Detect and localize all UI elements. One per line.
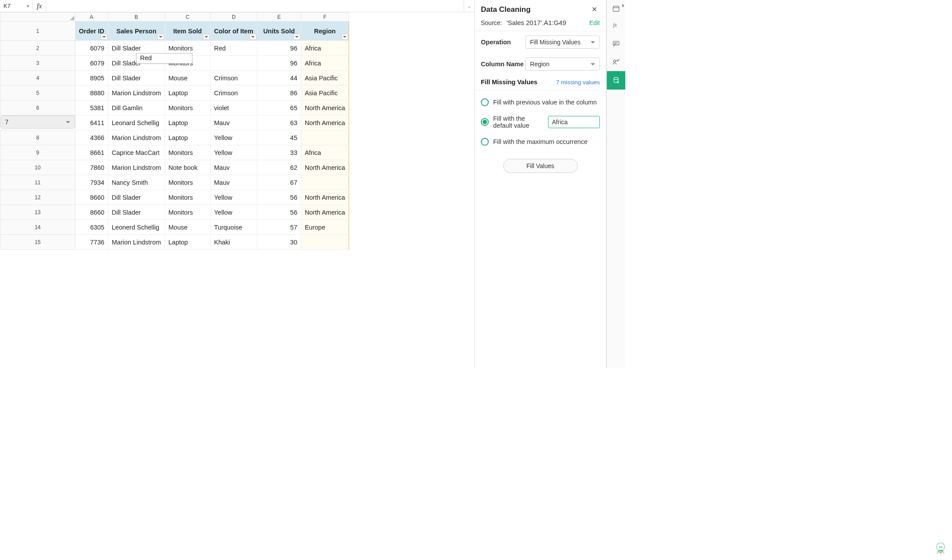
- row-header[interactable]: 2: [0, 41, 76, 56]
- cell[interactable]: Yellow: [210, 190, 257, 205]
- cell[interactable]: 86: [257, 86, 301, 101]
- cell[interactable]: Khaki: [210, 235, 257, 250]
- cell[interactable]: 8660: [75, 205, 108, 220]
- cell[interactable]: 44: [257, 71, 301, 86]
- cell[interactable]: Dill Slader: [108, 71, 165, 86]
- cell[interactable]: 57: [257, 220, 301, 235]
- cell[interactable]: 96: [257, 41, 301, 56]
- cell[interactable]: 65: [257, 101, 301, 115]
- cell[interactable]: North America: [301, 115, 349, 130]
- column-name-select[interactable]: Region: [525, 57, 600, 71]
- cell[interactable]: 7736: [75, 235, 108, 250]
- column-filter-header[interactable]: Region: [301, 22, 349, 41]
- cell[interactable]: Mouse: [165, 220, 210, 235]
- filter-dropdown-icon[interactable]: [249, 34, 256, 40]
- close-icon[interactable]: ✕: [589, 4, 600, 14]
- cell[interactable]: 30: [257, 235, 301, 250]
- cell[interactable]: 8661: [75, 145, 108, 160]
- cell[interactable]: Crimson: [210, 71, 257, 86]
- cell[interactable]: 62: [257, 160, 301, 175]
- cell[interactable]: Caprice MacCart: [108, 145, 165, 160]
- fx-sidebar-icon[interactable]: fx: [607, 16, 625, 34]
- cell[interactable]: 56: [257, 205, 301, 220]
- cell[interactable]: 4366: [75, 130, 108, 145]
- cell[interactable]: Yellow: [210, 130, 257, 145]
- cell[interactable]: Crimson: [210, 86, 257, 101]
- select-all-corner[interactable]: [0, 13, 76, 22]
- column-filter-header[interactable]: Item Sold: [165, 22, 210, 41]
- row-header[interactable]: 15: [0, 235, 76, 250]
- cell[interactable]: 8905: [75, 71, 108, 86]
- cell[interactable]: 8880: [75, 86, 108, 101]
- cell[interactable]: North America: [301, 160, 349, 175]
- cell[interactable]: [301, 130, 349, 145]
- cell[interactable]: Marion Lindstrom: [108, 130, 165, 145]
- chevron-down-icon[interactable]: ▾: [25, 4, 31, 8]
- cell[interactable]: 7934: [75, 175, 108, 190]
- cell[interactable]: Yellow: [210, 205, 257, 220]
- column-filter-header[interactable]: Units Sold: [257, 22, 301, 41]
- spreadsheet-grid[interactable]: ABCDEF1Order IDSales PersonItem SoldColo…: [0, 12, 474, 368]
- formula-input[interactable]: [46, 0, 464, 12]
- cell[interactable]: 45: [257, 130, 301, 145]
- cell[interactable]: [301, 235, 349, 250]
- fx-icon[interactable]: fx: [33, 0, 46, 12]
- row-header[interactable]: 6: [0, 101, 76, 115]
- row-header[interactable]: 3: [0, 56, 76, 71]
- column-filter-header[interactable]: Order ID: [75, 22, 108, 41]
- cell[interactable]: Europe: [301, 220, 349, 235]
- cell[interactable]: 6411: [75, 115, 108, 130]
- row-header[interactable]: 1: [0, 22, 76, 41]
- default-value-input[interactable]: [548, 116, 600, 128]
- cell[interactable]: North America: [301, 101, 349, 115]
- cell[interactable]: 96: [257, 56, 301, 71]
- cell[interactable]: Monitors: [165, 190, 210, 205]
- column-header[interactable]: F: [301, 13, 349, 22]
- cell[interactable]: Monitors: [165, 205, 210, 220]
- data-cleaning-icon[interactable]: [607, 71, 625, 90]
- cell[interactable]: Mauv: [210, 160, 257, 175]
- cell[interactable]: Africa: [301, 56, 349, 71]
- column-header[interactable]: A: [75, 13, 108, 22]
- cell[interactable]: Asia Pacific: [301, 86, 349, 101]
- radio-fill-default[interactable]: Fill with the default value: [481, 111, 600, 133]
- cell[interactable]: Leonerd Schellig: [108, 220, 165, 235]
- cell[interactable]: Laptop: [165, 130, 210, 145]
- cell[interactable]: Dill Gamlin: [108, 101, 165, 115]
- filter-dropdown-icon[interactable]: [157, 34, 164, 40]
- row-header[interactable]: 10: [0, 160, 76, 175]
- row-header[interactable]: 13: [0, 205, 76, 220]
- people-icon[interactable]: [607, 53, 625, 71]
- formula-expand-icon[interactable]: ⌄: [464, 0, 474, 12]
- cell[interactable]: Marion Lindstrom: [108, 86, 165, 101]
- row-header[interactable]: 4: [0, 71, 76, 86]
- cell[interactable]: Laptop: [165, 235, 210, 250]
- column-header[interactable]: B: [108, 13, 165, 22]
- cell[interactable]: Yellow: [210, 145, 257, 160]
- fill-values-button[interactable]: Fill Values: [503, 159, 578, 173]
- row-header[interactable]: 14: [0, 220, 76, 235]
- cell[interactable]: 67: [257, 175, 301, 190]
- cell[interactable]: Dill Slader: [108, 205, 165, 220]
- cell[interactable]: Red: [210, 41, 257, 56]
- cell[interactable]: Leonard Schellig: [108, 115, 165, 130]
- cell[interactable]: Laptop: [165, 86, 210, 101]
- radio-fill-previous[interactable]: Fill with previous value in the column: [481, 94, 600, 111]
- column-filter-header[interactable]: Color of Item: [210, 22, 257, 41]
- column-filter-header[interactable]: Sales Person: [108, 22, 165, 41]
- column-header[interactable]: D: [210, 13, 257, 22]
- cell[interactable]: Monitors: [165, 101, 210, 115]
- cell[interactable]: Marion Lindstrom: [108, 160, 165, 175]
- cell[interactable]: Turquoise: [210, 220, 257, 235]
- row-header[interactable]: 12: [0, 190, 76, 205]
- cell[interactable]: 6079: [75, 56, 108, 71]
- cell[interactable]: North America: [301, 190, 349, 205]
- cell[interactable]: Dill Slader: [108, 190, 165, 205]
- cell[interactable]: Africa: [301, 145, 349, 160]
- cell[interactable]: Nancy Smith: [108, 175, 165, 190]
- cell[interactable]: 6305: [75, 220, 108, 235]
- column-header[interactable]: E: [257, 13, 301, 22]
- operation-select[interactable]: Fill Missing Values: [525, 36, 600, 49]
- cell[interactable]: 33: [257, 145, 301, 160]
- cell[interactable]: 8660: [75, 190, 108, 205]
